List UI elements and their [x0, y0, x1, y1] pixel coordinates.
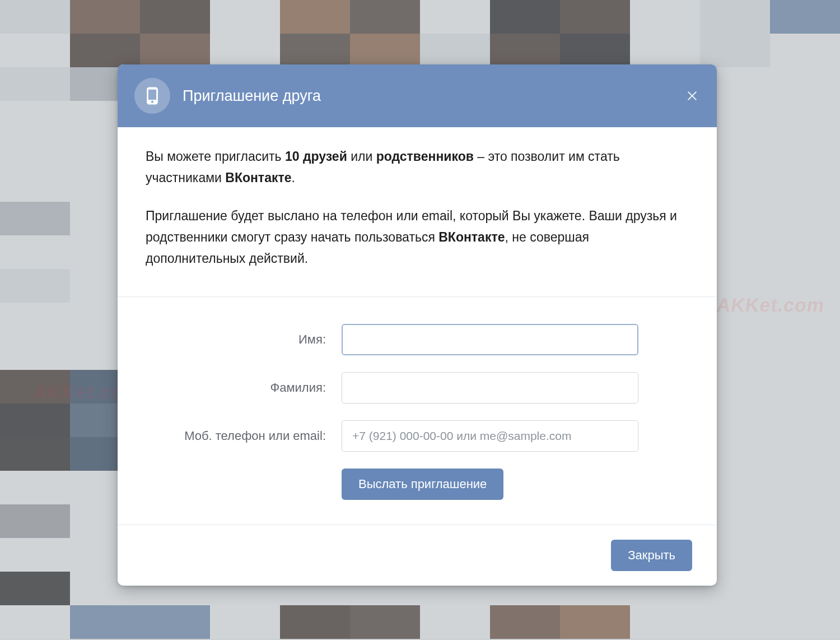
name-input[interactable] — [342, 324, 638, 355]
surname-label: Фамилия: — [146, 381, 342, 395]
invite-friend-dialog: Приглашение друга Вы можете пригласить 1… — [118, 64, 717, 586]
text: Вы можете пригласить — [146, 149, 285, 164]
text-bold: ВКонтакте — [438, 230, 505, 244]
intro-line-1: Вы можете пригласить 10 друзей или родст… — [146, 146, 689, 189]
close-button[interactable] — [682, 86, 702, 106]
dialog-footer: Закрыть — [118, 525, 717, 586]
text: . — [292, 170, 295, 185]
name-label: Имя: — [146, 332, 342, 347]
text-bold: 10 друзей — [285, 149, 347, 164]
phone-icon — [134, 78, 170, 114]
dialog-header: Приглашение друга — [118, 64, 717, 127]
invite-form: Имя: Фамилия: Моб. телефон или email: Вы… — [118, 297, 717, 525]
text: или — [347, 149, 376, 164]
close-footer-button[interactable]: Закрыть — [611, 540, 692, 571]
intro-line-2: Приглашение будет выслано на телефон или… — [146, 206, 689, 270]
contact-label: Моб. телефон или email: — [146, 429, 342, 443]
dialog-intro: Вы можете пригласить 10 друзей или родст… — [118, 127, 717, 291]
send-invite-button[interactable]: Выслать приглашение — [342, 469, 503, 500]
text-bold: ВКонтакте — [225, 170, 291, 185]
surname-input[interactable] — [342, 372, 638, 404]
page-backdrop: AKKet.com AKKet.com AKKet.com AKKet.com … — [0, 0, 840, 640]
contact-input[interactable] — [342, 420, 638, 452]
text-bold: родственников — [376, 149, 474, 164]
dialog-title: Приглашение друга — [183, 87, 321, 105]
text: Приглашение будет выслано на телефон или… — [146, 208, 677, 244]
